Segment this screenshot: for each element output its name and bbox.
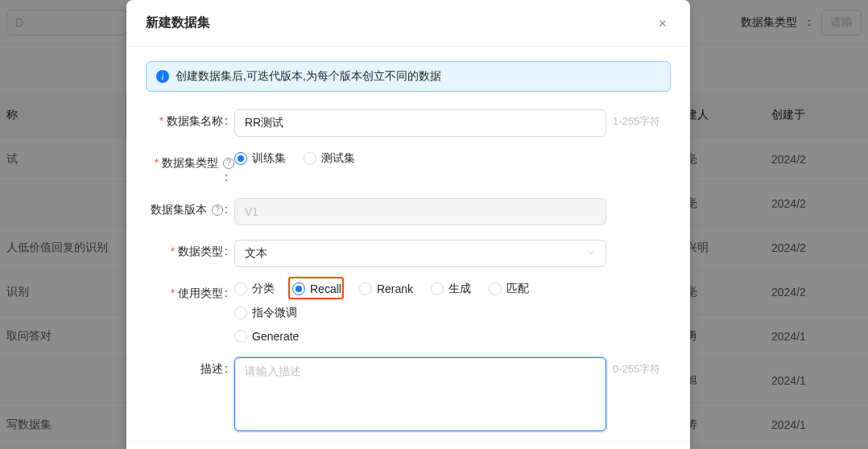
info-alert: i 创建数据集后,可迭代版本,为每个版本创立不同的数据 xyxy=(146,61,671,92)
data-type-select[interactable]: 文本 xyxy=(234,240,606,267)
radio-match[interactable]: 匹配 xyxy=(489,282,529,296)
info-icon: i xyxy=(156,70,169,83)
radio-test[interactable]: 测试集 xyxy=(304,151,355,166)
radio-train[interactable]: 训练集 xyxy=(234,151,286,166)
name-hint: 1-255字符 xyxy=(606,109,671,129)
radio-classify[interactable]: 分类 xyxy=(234,282,275,296)
chevron-down-icon xyxy=(586,247,596,260)
description-label: 描述 xyxy=(200,362,223,375)
version-label: 数据集版本 xyxy=(151,203,207,216)
name-label: 数据集名称 xyxy=(159,114,223,127)
close-icon[interactable] xyxy=(655,15,671,31)
radio-instruct[interactable]: 指令微调 xyxy=(234,306,297,320)
radio-generate-en[interactable]: Generate xyxy=(234,330,606,343)
help-icon[interactable]: ? xyxy=(212,204,223,216)
description-hint: 0-255字符 xyxy=(606,357,671,377)
alert-text: 创建数据集后,可迭代版本,为每个版本创立不同的数据 xyxy=(176,69,441,84)
create-dataset-modal: 新建数据集 i 创建数据集后,可迭代版本,为每个版本创立不同的数据 数据集名称:… xyxy=(126,0,690,449)
radio-generate-cn[interactable]: 生成 xyxy=(431,282,471,296)
dataset-type-label: 数据集类型 xyxy=(155,156,218,169)
radio-rerank[interactable]: Rerank xyxy=(359,282,413,295)
modal-title: 新建数据集 xyxy=(146,14,210,31)
use-type-label: 使用类型 xyxy=(171,286,223,299)
description-textarea[interactable] xyxy=(234,357,606,431)
dataset-name-input[interactable] xyxy=(234,109,606,137)
data-type-label: 数据类型 xyxy=(171,245,223,257)
help-icon[interactable]: ? xyxy=(223,158,234,169)
radio-recall[interactable]: Recall xyxy=(292,282,341,295)
version-input xyxy=(234,198,606,225)
